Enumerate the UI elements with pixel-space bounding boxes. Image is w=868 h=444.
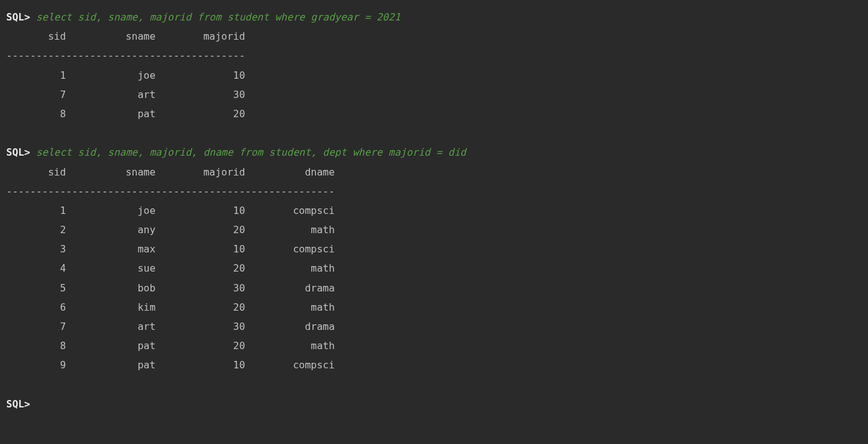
sql-prompt: SQL> (6, 398, 30, 410)
result-row: 3 max 10 compsci (6, 239, 862, 259)
terminal-output[interactable]: SQL> select sid, sname, majorid from stu… (6, 7, 862, 414)
result-header: sid sname majorid dname (6, 162, 862, 182)
sql-prompt-line: SQL> select sid, sname, majorid from stu… (6, 7, 862, 27)
result-row: 5 bob 30 drama (6, 278, 862, 298)
sql-prompt-line[interactable]: SQL> (6, 394, 862, 414)
result-separator: ---------------------------------------- (6, 46, 862, 65)
result-row: 8 pat 20 math (6, 336, 862, 355)
result-row: 4 sue 20 math (6, 259, 862, 278)
result-row: 6 kim 20 math (6, 298, 862, 317)
result-row: 1 joe 10 compsci (6, 201, 862, 220)
result-row: 1 joe 10 (6, 66, 862, 85)
sql-prompt: SQL> (6, 146, 30, 158)
sql-prompt: SQL> (6, 11, 30, 23)
query-block-0: SQL> select sid, sname, majorid from stu… (6, 7, 862, 123)
result-row: 7 art 30 (6, 85, 862, 104)
query-block-1: SQL> select sid, sname, majorid, dname f… (6, 143, 862, 375)
sql-query-text: select sid, sname, majorid, dname from s… (30, 146, 466, 158)
result-row: 9 pat 10 compsci (6, 355, 862, 375)
result-row: 7 art 30 drama (6, 317, 862, 336)
sql-query-text: select sid, sname, majorid from student … (30, 11, 401, 23)
sql-prompt-line: SQL> select sid, sname, majorid, dname f… (6, 143, 862, 162)
result-row: 8 pat 20 (6, 104, 862, 123)
result-separator: ----------------------------------------… (6, 182, 862, 201)
result-header: sid sname majorid (6, 27, 862, 46)
result-row: 2 any 20 math (6, 220, 862, 239)
